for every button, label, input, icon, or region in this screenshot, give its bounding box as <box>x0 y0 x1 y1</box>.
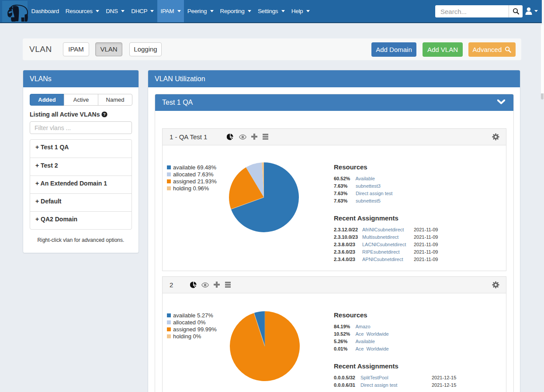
svg-text:?: ? <box>104 112 106 117</box>
